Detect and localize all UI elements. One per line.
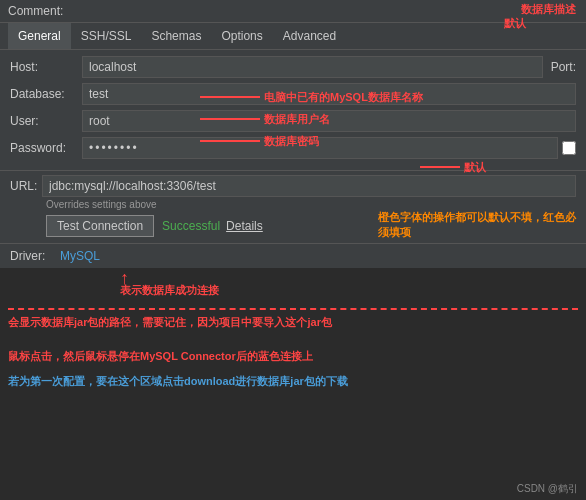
url-section: URL: Overrides settings above Test Conne… [0,170,586,243]
url-input[interactable] [42,175,576,197]
user-input[interactable] [82,110,576,132]
tab-schemas[interactable]: Schemas [141,23,211,49]
comment-bar: Comment: [0,0,586,23]
annotation-mouse-note: 鼠标点击，然后鼠标悬停在MySQL Connector后的蓝色连接上 [8,348,313,365]
arrow-up-test: ↑ [120,268,129,289]
overrides-text: Overrides settings above [46,199,576,210]
red-dashed-line [8,308,578,310]
password-label: Password: [10,141,82,155]
tabs-bar: General SSH/SSL Schemas Options Advanced [0,23,586,50]
annotation-jar-note: 会显示数据库jar包的路径，需要记住，因为项目中要导入这个jar包 [8,314,332,331]
database-label: Database: [10,87,82,101]
host-row: Host: Port: [10,56,576,78]
bottom-area: ↑ 表示数据库成功连接 会显示数据库jar包的路径，需要记住，因为项目中要导入这… [0,268,586,428]
host-input[interactable] [82,56,543,78]
driver-value[interactable]: MySQL [60,249,100,263]
details-link[interactable]: Details [226,219,263,233]
annotation-download-note: 若为第一次配置，要在这个区域点击download进行数据库jar包的下载 [8,373,348,390]
annotation-db-connect: 表示数据库成功连接 [120,283,219,298]
driver-row: Driver: MySQL [0,243,586,268]
driver-label: Driver: [10,249,60,263]
tab-options[interactable]: Options [211,23,272,49]
password-input[interactable] [82,137,558,159]
user-label: User: [10,114,82,128]
success-status: Successful [162,219,220,233]
csdn-badge: CSDN @鹤引 [517,482,578,496]
tab-general[interactable]: General [8,23,71,49]
test-connection-button[interactable]: Test Connection [46,215,154,237]
password-row: Password: [10,137,576,159]
form-area: Host: Port: Database: User: Password: [0,50,586,170]
host-label: Host: [10,60,82,74]
port-label: Port: [551,60,576,74]
show-password-checkbox[interactable] [562,141,576,155]
database-row: Database: [10,83,576,105]
comment-label: Comment: [8,4,80,18]
url-label: URL: [10,179,42,193]
tab-ssh-ssl[interactable]: SSH/SSL [71,23,142,49]
database-input[interactable] [82,83,576,105]
tab-advanced[interactable]: Advanced [273,23,346,49]
user-row: User: [10,110,576,132]
url-row: URL: [10,175,576,197]
test-connection-row: Test Connection Successful Details [46,215,576,237]
